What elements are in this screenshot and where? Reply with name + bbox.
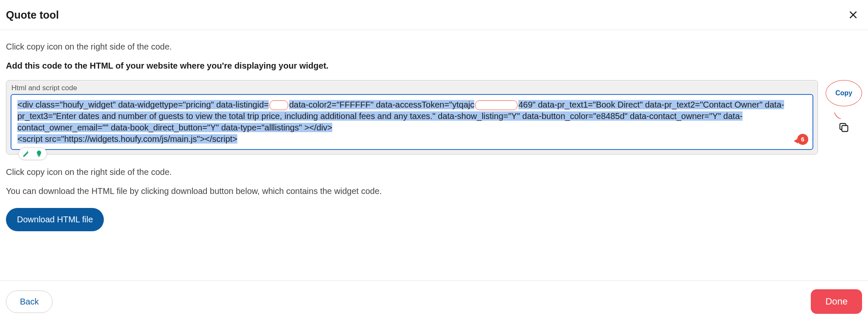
copy-code-button[interactable]	[835, 119, 852, 137]
instruction-line-4: You can download the HTML file by clicki…	[6, 186, 862, 196]
redaction-box	[475, 100, 517, 110]
code-seg-2: data-color2="FFFFFF" data-accessToken="y…	[289, 100, 474, 109]
svg-rect-2	[38, 156, 39, 157]
redaction-box	[270, 100, 288, 110]
code-textarea[interactable]: <div class="houfy_widget" data-widgettyp…	[11, 94, 813, 150]
bulb-icon	[35, 150, 43, 158]
modal-content: Click copy icon on the right side of the…	[0, 30, 868, 231]
code-row: Html and script code <div class="houfy_w…	[6, 80, 862, 155]
spellcheck-toolbar[interactable]	[18, 147, 47, 160]
wand-icon	[22, 150, 31, 158]
page-title: Quote tool	[6, 9, 59, 21]
done-button[interactable]: Done	[811, 289, 862, 314]
error-count-badge[interactable]: 6	[797, 134, 808, 145]
close-button[interactable]	[846, 8, 860, 22]
code-seg-4: <script src="https://widgets.houfy.com/j…	[17, 134, 237, 144]
copy-callout-bubble: Copy	[826, 80, 862, 106]
copy-icon	[838, 122, 850, 133]
instruction-line-3: Click copy icon on the right side of the…	[6, 167, 862, 177]
close-icon	[848, 9, 859, 20]
code-box: Html and script code <div class="houfy_w…	[6, 80, 818, 155]
svg-rect-3	[842, 125, 848, 131]
code-box-label: Html and script code	[6, 80, 818, 94]
download-html-button[interactable]: Download HTML file	[6, 208, 104, 231]
copy-column: Copy	[826, 80, 862, 137]
instruction-line-1: Click copy icon on the right side of the…	[6, 42, 862, 52]
code-seg-1: <div class="houfy_widget" data-widgettyp…	[17, 100, 269, 109]
modal-footer: Back Done	[0, 280, 868, 324]
copy-callout-label: Copy	[835, 89, 852, 97]
modal-header: Quote tool	[0, 0, 868, 30]
back-button[interactable]: Back	[6, 291, 53, 313]
instruction-line-2: Add this code to the HTML of your websit…	[6, 61, 862, 71]
bubble-tail-icon	[834, 112, 843, 121]
